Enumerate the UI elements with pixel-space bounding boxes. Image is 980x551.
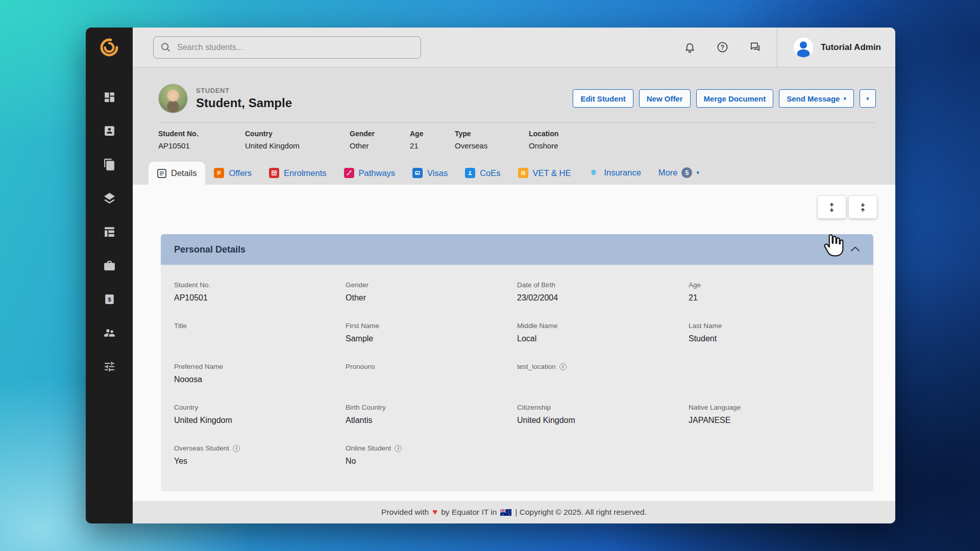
tab-offers[interactable]: Offers [205, 161, 260, 185]
card-icon [412, 168, 423, 178]
desktop-wallpaper: $ [0, 0, 980, 551]
dashboard-icon [103, 91, 116, 104]
sidebar-item-agents[interactable] [102, 325, 117, 340]
sidebar: $ [86, 28, 133, 523]
help-icon: ? [717, 41, 728, 53]
summary-type: TypeOverseas [455, 130, 529, 150]
app-window: $ [86, 28, 895, 523]
billing-icon: $ [103, 293, 116, 306]
notifications-button[interactable] [684, 41, 696, 54]
sidebar-item-contacts[interactable] [102, 123, 117, 138]
send-message-button[interactable]: Send Message▾ [779, 89, 854, 108]
app-logo-icon [99, 37, 119, 58]
chat-button[interactable] [749, 41, 762, 54]
tab-pathways[interactable]: Pathways [335, 161, 404, 185]
field-date-of-birth: Date of Birth 23/02/2004 [517, 281, 689, 311]
new-offer-button[interactable]: New Offer [639, 89, 691, 108]
bell-icon [684, 41, 696, 53]
field-empty [689, 363, 860, 392]
tab-coes[interactable]: CoEs [456, 161, 509, 185]
student-actions: Edit Student New Offer Merge Document Se… [573, 89, 876, 108]
person-icon [465, 168, 475, 178]
table-icon [103, 226, 116, 238]
details-panel: Personal Details Student No. AP10501 Gen… [133, 185, 895, 501]
personal-details-section: Personal Details Student No. AP10501 Gen… [161, 234, 873, 491]
field-preferred-name: Preferred Name Nooosa [174, 363, 346, 392]
student-photo [158, 84, 188, 113]
tab-details[interactable]: Details [149, 162, 205, 185]
field-age: Age 21 [689, 281, 860, 311]
sidebar-item-settings[interactable] [102, 359, 117, 373]
svg-text:?: ? [721, 44, 724, 51]
tab-insurance[interactable]: Insurance [579, 160, 649, 185]
sidebar-item-billing[interactable]: $ [102, 292, 117, 306]
personal-details-header[interactable]: Personal Details [161, 234, 873, 265]
tune-icon [103, 360, 116, 373]
shield-icon [588, 167, 599, 178]
more-actions-button[interactable]: ▾ [860, 89, 876, 108]
document-icon [214, 168, 224, 178]
topbar-icons: ? [684, 41, 762, 54]
expand-all-button[interactable] [818, 196, 846, 218]
heart-icon: ♥ [432, 507, 437, 517]
field-first-name: First Name Sample [346, 322, 517, 352]
tab-vet-he[interactable]: VET & HE [509, 161, 580, 185]
info-icon[interactable]: i [559, 363, 567, 370]
search-box [153, 36, 421, 59]
search-input[interactable] [153, 36, 421, 59]
tab-more[interactable]: More 5 ▾ [650, 161, 708, 185]
summary-location: LocationOnshore [529, 130, 558, 150]
edit-student-button[interactable]: Edit Student [573, 89, 633, 108]
chevron-down-icon: ▾ [843, 96, 846, 102]
expand-all-icon [827, 203, 836, 212]
fold-controls [818, 196, 877, 218]
merge-document-button[interactable]: Merge Document [696, 89, 774, 108]
field-gender: Gender Other [346, 281, 517, 311]
documents-icon [103, 158, 116, 171]
personal-details-body: Student No. AP10501 Gender Other Date of… [161, 265, 873, 491]
field-overseas-student: Overseas Studenti Yes [174, 444, 346, 474]
app-footer: Provided with ♥ by Equator IT in | Copyr… [133, 501, 895, 523]
tab-visas[interactable]: Visas [404, 161, 456, 185]
field-country: Country United Kingdom [174, 404, 346, 433]
table-icon [269, 168, 279, 178]
article-icon [157, 169, 166, 178]
search-icon [160, 42, 171, 53]
summary-student-no: Student No.AP10501 [158, 130, 245, 150]
route-icon [344, 168, 354, 178]
briefcase-icon [103, 259, 116, 272]
user-menu[interactable]: Tutorial Admin [777, 28, 881, 67]
field-test-location: test_locationi [517, 363, 689, 392]
australia-flag-icon [500, 509, 511, 516]
field-online-student: Online Studenti No [346, 444, 517, 474]
info-icon[interactable]: i [395, 445, 402, 452]
sidebar-item-dashboard[interactable] [102, 90, 117, 104]
layers-icon [103, 192, 116, 205]
chevron-up-icon[interactable] [850, 245, 860, 254]
collapse-all-icon [859, 203, 867, 212]
sidebar-item-courses[interactable] [102, 191, 117, 205]
svg-text:$: $ [108, 296, 111, 302]
sidebar-item-tables[interactable] [102, 224, 117, 239]
main-area: ? Tutorial Admin [133, 28, 895, 523]
field-last-name: Last Name Student [689, 322, 860, 352]
chat-icon [749, 41, 761, 53]
chevron-down-icon: ▾ [696, 170, 699, 176]
summary-age: Age21 [410, 130, 455, 150]
sidebar-item-work[interactable] [102, 258, 117, 272]
info-icon[interactable]: i [233, 445, 240, 452]
field-pronouns: Pronouns [346, 363, 517, 392]
field-native-language: Native Language JAPANESE [689, 404, 860, 433]
contacts-icon [103, 124, 116, 137]
summary-gender: GenderOther [350, 130, 410, 150]
sidebar-item-documents[interactable] [102, 157, 117, 171]
chevron-down-icon: ▾ [866, 96, 869, 102]
field-citizenship: Citizenship United Kingdom [517, 404, 689, 433]
help-button[interactable]: ? [717, 41, 729, 54]
section-title: Personal Details [174, 244, 246, 255]
tab-enrolments[interactable]: Enrolments [260, 161, 335, 185]
field-student-no: Student No. AP10501 [174, 281, 346, 311]
app-logo[interactable] [86, 28, 133, 67]
student-name: Student, Sample [196, 96, 292, 110]
collapse-all-button[interactable] [849, 196, 877, 218]
